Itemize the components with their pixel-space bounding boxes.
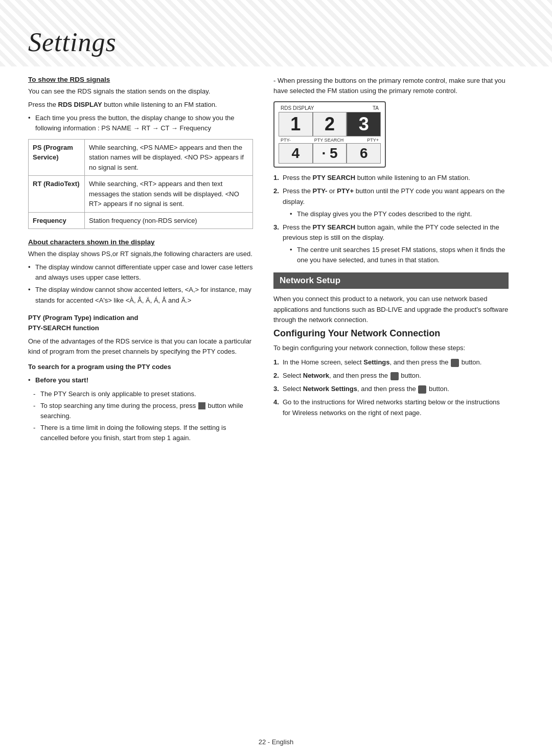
left-column: To show the RDS signals You can see the … bbox=[28, 66, 268, 445]
table-cell-desc: While searching, <RT> appears and then t… bbox=[85, 176, 253, 213]
pty-search-label: PTY SEARCH bbox=[314, 138, 343, 143]
page-title: Settings bbox=[28, 27, 117, 57]
pty-plus-label: PTY+ bbox=[367, 138, 379, 143]
rds-snum-6: 6 bbox=[347, 143, 381, 164]
header-pattern: Settings bbox=[0, 0, 552, 66]
pty-steps: 1. Press the PTY SEARCH button while lis… bbox=[273, 173, 509, 265]
table-cell-desc: Station frequency (non-RDS service) bbox=[85, 212, 253, 229]
dash-list: The PTY Search is only applicable to pre… bbox=[33, 389, 253, 444]
enter-icon-1 bbox=[451, 359, 459, 367]
step3-subbullets: The centre unit searches 15 preset FM st… bbox=[290, 245, 509, 265]
config-step-num-1: 1. bbox=[273, 357, 279, 368]
rds-heading: To show the RDS signals bbox=[28, 76, 253, 83]
pty-section: PTY (Program Type) indication andPTY-SEA… bbox=[28, 313, 253, 357]
table-cell-label: Frequency bbox=[29, 212, 85, 229]
table-row: RT (RadioText) While searching, <RT> app… bbox=[29, 176, 253, 213]
config-heading: Configuring Your Network Connection bbox=[273, 328, 509, 339]
rds-bullet-1: Each time you press the button, the disp… bbox=[28, 113, 253, 133]
ta-label: TA bbox=[373, 105, 379, 111]
pty-heading: PTY (Program Type) indication andPTY-SEA… bbox=[28, 313, 253, 333]
step2-bullet: The display gives you the PTY codes desc… bbox=[290, 209, 509, 219]
table-row: PS (Program Service) While searching, <P… bbox=[29, 139, 253, 176]
rds-display-label: RDS DISPLAY bbox=[281, 105, 314, 111]
config-step-num-3: 3. bbox=[273, 384, 279, 394]
step3-bullet: The centre unit searches 15 preset FM st… bbox=[290, 245, 509, 265]
search-heading: To search for a program using the PTY co… bbox=[28, 362, 253, 372]
about-para1: When the display shows PS,or RT signals,… bbox=[28, 249, 253, 259]
network-setup-bar: Network Setup bbox=[273, 272, 509, 289]
step-num-1: 1. bbox=[273, 173, 279, 183]
before-start-list: Before you start! bbox=[28, 375, 253, 385]
step-1: 1. Press the PTY SEARCH button while lis… bbox=[273, 173, 509, 183]
about-heading: About characters shown in the display bbox=[28, 238, 253, 246]
rds-display-image: RDS DISPLAY TA 1 2 3 PTY- PTY SEARCH PTY… bbox=[273, 101, 386, 168]
pty-minus-label: PTY- bbox=[281, 138, 291, 143]
step-num-2: 2. bbox=[273, 186, 279, 196]
step2-subbullets: The display gives you the PTY codes desc… bbox=[290, 209, 509, 219]
rds-bullet-list: Each time you press the button, the disp… bbox=[28, 113, 253, 133]
table-cell-label: PS (Program Service) bbox=[29, 139, 85, 176]
rds-top-labels: RDS DISPLAY TA bbox=[279, 105, 381, 111]
config-step-4: 4. Go to the instructions for Wired netw… bbox=[273, 397, 509, 418]
table-row: Frequency Station frequency (non-RDS ser… bbox=[29, 212, 253, 229]
before-start-item: Before you start! bbox=[28, 375, 253, 385]
network-setup-para: When you connect this product to a netwo… bbox=[273, 294, 509, 325]
enter-icon-2 bbox=[390, 372, 399, 380]
config-steps: 1. In the Home screen, select Settings, … bbox=[273, 357, 509, 418]
enter-icon-3 bbox=[418, 385, 426, 394]
config-step-num-2: 2. bbox=[273, 371, 279, 381]
config-para: To begin configuring your network connec… bbox=[273, 343, 509, 353]
rds-para2: Press the RDS DISPLAY button while liste… bbox=[28, 100, 253, 110]
dash-item-2: To stop searching any time during the pr… bbox=[33, 401, 253, 421]
rds-snum-5: · 5 bbox=[313, 143, 347, 164]
rds-table: PS (Program Service) While searching, <P… bbox=[28, 139, 253, 230]
config-step-2: 2. Select Network, and then press the bu… bbox=[273, 371, 509, 381]
step-3: 3. Press the PTY SEARCH button again, wh… bbox=[273, 222, 509, 266]
about-bullets: The display window cannot differentiate … bbox=[28, 262, 253, 306]
dash-item-3: There is a time limit in doing the follo… bbox=[33, 423, 253, 443]
footer: 22 - English bbox=[0, 738, 552, 746]
rds-note: - When pressing the buttons on the prima… bbox=[273, 76, 509, 96]
table-cell-label: RT (RadioText) bbox=[29, 176, 85, 213]
table-cell-desc: While searching, <PS NAME> appears and t… bbox=[85, 139, 253, 176]
rds-big-numbers: 1 2 3 bbox=[279, 112, 381, 136]
stop-icon bbox=[198, 402, 205, 409]
about-bullet-1: The display window cannot differentiate … bbox=[28, 262, 253, 283]
about-bullet-2: The display window cannot show accented … bbox=[28, 285, 253, 305]
rds-num-1: 1 bbox=[279, 112, 313, 136]
pty-para1: One of the advantages of the RDS service… bbox=[28, 336, 253, 357]
dash-item-1: The PTY Search is only applicable to pre… bbox=[33, 389, 253, 399]
step-num-3: 3. bbox=[273, 222, 279, 233]
main-content: To show the RDS signals You can see the … bbox=[0, 66, 552, 445]
step-2: 2. Press the PTY- or PTY+ button until t… bbox=[273, 186, 509, 219]
rds-num-2: 2 bbox=[313, 112, 347, 136]
rds-bottom-labels: PTY- PTY SEARCH PTY+ bbox=[279, 138, 381, 143]
page-number: 22 - English bbox=[259, 738, 294, 746]
rds-para1: You can see the RDS signals the station … bbox=[28, 86, 253, 97]
search-section: To search for a program using the PTY co… bbox=[28, 362, 253, 443]
config-step-3: 3. Select Network Settings, and then pre… bbox=[273, 384, 509, 394]
rds-snum-4: 4 bbox=[279, 143, 313, 164]
rds-num-3: 3 bbox=[347, 112, 381, 136]
rds-small-numbers: 4 · 5 6 bbox=[279, 143, 381, 164]
config-step-num-4: 4. bbox=[273, 397, 279, 407]
right-column: - When pressing the buttons on the prima… bbox=[268, 66, 509, 445]
config-step-1: 1. In the Home screen, select Settings, … bbox=[273, 357, 509, 368]
